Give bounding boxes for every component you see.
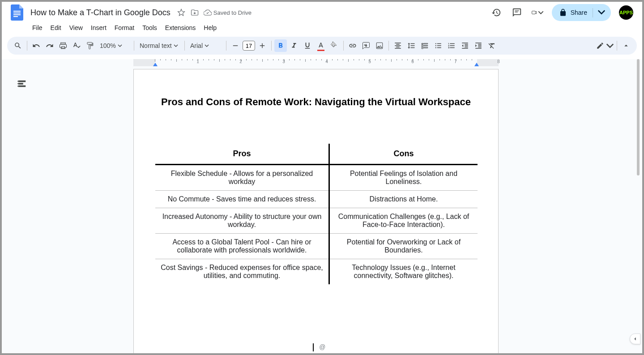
svg-point-9 (17, 81, 18, 82)
spellcheck-icon[interactable] (70, 39, 83, 52)
search-icon[interactable] (12, 39, 24, 52)
menu-extensions[interactable]: Extensions (162, 22, 199, 33)
document-title[interactable]: How to Make a T-Chart in Google Docs (29, 7, 172, 18)
column-header[interactable]: Pros (155, 144, 329, 165)
paragraph-style-dropdown[interactable]: Normal text (137, 39, 182, 52)
share-button[interactable]: Share (552, 4, 611, 21)
increase-indent-icon[interactable] (472, 39, 485, 52)
menu-tools[interactable]: Tools (139, 22, 161, 33)
account-avatar[interactable]: APPS (619, 5, 633, 20)
cloud-status[interactable]: Saved to Drive (204, 9, 252, 17)
menu-bar: FileEditViewInsertFormatToolsExtensionsH… (7, 21, 637, 34)
font-dropdown[interactable]: Arial (188, 39, 223, 52)
comment-icon[interactable] (511, 6, 523, 19)
left-indent-marker[interactable] (153, 63, 158, 68)
undo-icon[interactable] (30, 39, 43, 52)
zoom-dropdown[interactable]: 100% (97, 39, 131, 52)
table-row[interactable]: Increased Autonomy - Ability to structur… (155, 208, 478, 234)
table-cell[interactable]: Distractions at Home. (329, 191, 478, 208)
table-cell[interactable]: Cost Savings - Reduced expenses for offi… (155, 259, 329, 285)
toolbar: 100% Normal text Arial (7, 37, 637, 55)
svg-point-11 (17, 86, 18, 87)
right-indent-marker[interactable] (474, 63, 479, 68)
text-color-button[interactable] (315, 39, 327, 52)
horizontal-ruler[interactable]: 12345678 (2, 59, 642, 66)
svg-rect-2 (13, 14, 21, 15)
history-icon[interactable] (490, 6, 503, 19)
move-icon[interactable] (190, 8, 199, 17)
document-page[interactable]: Pros and Cons of Remote Work: Navigating… (133, 69, 499, 355)
decrease-font-icon[interactable] (229, 39, 242, 52)
underline-button[interactable] (301, 39, 314, 52)
svg-rect-3 (13, 16, 18, 17)
share-dropdown-icon[interactable] (593, 8, 606, 17)
t-chart-table[interactable]: ProsCons Flexible Schedule - Allows for … (155, 144, 478, 284)
svg-rect-4 (515, 10, 519, 11)
table-cell[interactable]: Communication Challenges (e.g., Lack of … (329, 208, 478, 234)
table-row[interactable]: Flexible Schedule - Allows for a persona… (155, 165, 478, 191)
numbered-list-icon[interactable] (445, 39, 458, 52)
text-cursor (313, 343, 314, 351)
save-status-text: Saved to Drive (213, 9, 252, 16)
svg-point-8 (435, 47, 436, 48)
decrease-indent-icon[interactable] (459, 39, 471, 52)
side-panel-toggle-icon[interactable] (630, 334, 640, 344)
share-label: Share (571, 9, 587, 16)
table-cell[interactable]: Technology Issues (e.g., Internet connec… (329, 259, 478, 285)
table-row[interactable]: Access to a Global Talent Pool - Can hir… (155, 234, 478, 259)
redo-icon[interactable] (43, 39, 56, 52)
docs-logo-icon[interactable] (9, 4, 25, 21)
table-cell[interactable]: Increased Autonomy - Ability to structur… (155, 208, 329, 234)
menu-format[interactable]: Format (111, 22, 138, 33)
menu-edit[interactable]: Edit (47, 22, 65, 33)
bold-button[interactable] (274, 39, 287, 52)
align-dropdown[interactable] (392, 39, 404, 52)
insert-comment-icon[interactable] (360, 39, 372, 52)
outline-toggle-icon[interactable] (15, 77, 29, 90)
collapse-toolbar-icon[interactable] (620, 39, 632, 52)
table-cell[interactable]: Flexible Schedule - Allows for a persona… (155, 165, 329, 191)
table-cell[interactable]: Access to a Global Talent Pool - Can hir… (155, 234, 329, 259)
svg-rect-1 (13, 13, 21, 13)
table-row[interactable]: No Commute - Saves time and reduces stre… (155, 191, 478, 208)
menu-insert[interactable]: Insert (87, 22, 110, 33)
bulleted-list-icon[interactable] (432, 39, 444, 52)
insert-link-icon[interactable] (346, 39, 359, 52)
line-spacing-icon[interactable] (405, 39, 418, 52)
menu-view[interactable]: View (66, 22, 86, 33)
insert-image-icon[interactable] (373, 39, 386, 52)
svg-rect-0 (13, 11, 21, 12)
svg-point-10 (17, 83, 18, 84)
menu-help[interactable]: Help (200, 22, 220, 33)
svg-point-6 (435, 43, 436, 44)
increase-font-icon[interactable] (256, 39, 269, 52)
table-cell[interactable]: Potential Feelings of Isolation and Lone… (329, 165, 478, 191)
editing-mode-button[interactable] (596, 39, 614, 52)
meet-icon[interactable] (531, 6, 544, 19)
table-row[interactable]: Cost Savings - Reduced expenses for offi… (155, 259, 478, 285)
checklist-icon[interactable] (418, 39, 431, 52)
ruler-label: 8 (497, 59, 500, 64)
font-size-input[interactable] (243, 41, 255, 51)
column-header[interactable]: Cons (329, 144, 478, 165)
print-icon[interactable] (57, 39, 69, 52)
table-cell[interactable]: No Commute - Saves time and reduces stre… (155, 191, 329, 208)
paint-format-icon[interactable] (84, 39, 96, 52)
svg-point-7 (435, 45, 436, 46)
clear-format-icon[interactable] (486, 39, 498, 52)
vertical-scrollbar[interactable] (637, 59, 640, 175)
highlight-button[interactable] (328, 39, 341, 52)
table-cell[interactable]: Potential for Overworking or Lack of Bou… (329, 234, 478, 259)
italic-button[interactable] (288, 39, 300, 52)
document-heading[interactable]: Pros and Cons of Remote Work: Navigating… (155, 96, 477, 108)
svg-rect-5 (515, 12, 517, 12)
mention-hint: @ (319, 343, 325, 351)
menu-file[interactable]: File (29, 22, 46, 33)
star-icon[interactable] (177, 8, 186, 17)
